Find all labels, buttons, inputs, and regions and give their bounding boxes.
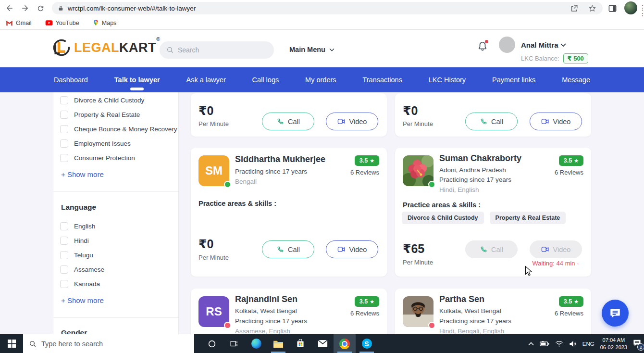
- search-icon: [166, 46, 174, 54]
- nav-transactions[interactable]: Transactions: [362, 76, 402, 84]
- practice-areas-label: Practice areas & skills :: [198, 200, 276, 207]
- browser-back-button[interactable]: [5, 3, 14, 13]
- user-menu[interactable]: Anal Mittra: [521, 41, 566, 49]
- filter-employment-issues[interactable]: Employment Issues: [60, 139, 131, 148]
- task-view-button[interactable]: [223, 334, 245, 353]
- checkbox[interactable]: [60, 237, 68, 245]
- filter-language-kannada[interactable]: Kannada: [60, 280, 100, 288]
- start-button[interactable]: [0, 334, 23, 353]
- taskbar-search-input[interactable]: [41, 340, 176, 348]
- video-button[interactable]: Video: [326, 240, 378, 258]
- lawyer-card-partial-left: ₹0 Per Minute Call Video: [191, 93, 387, 137]
- mail-button[interactable]: [311, 334, 334, 353]
- checkbox[interactable]: [60, 154, 68, 162]
- nav-dashboard[interactable]: Dashboard: [54, 76, 88, 84]
- lawyer-name[interactable]: Rajnandini Sen: [235, 294, 297, 304]
- share-icon: [570, 4, 578, 13]
- filter-language-assamese[interactable]: Assamese: [60, 265, 104, 274]
- rating-badge: 3.5★: [559, 155, 583, 166]
- header-search[interactable]: [160, 41, 274, 59]
- notification-dot: [485, 40, 488, 43]
- nav-ask-a-lawyer[interactable]: Ask a lawyer: [186, 76, 226, 84]
- notifications-bell[interactable]: [477, 40, 488, 52]
- practice-areas-label: Practice areas & skills :: [403, 201, 481, 209]
- forward-arrow-icon: [21, 4, 29, 13]
- microsoft-store-button[interactable]: [289, 334, 311, 353]
- video-camera-icon: [541, 118, 549, 125]
- checkbox[interactable]: [60, 265, 68, 274]
- call-button[interactable]: Call: [262, 240, 314, 258]
- divider: [53, 317, 178, 318]
- checkbox[interactable]: [60, 96, 68, 104]
- taskbar-search[interactable]: [23, 334, 194, 353]
- search-input[interactable]: [178, 46, 260, 54]
- address-bar[interactable]: wrctpl.com/lk-consumer-web/#/talk-to-law…: [52, 2, 603, 14]
- checkbox[interactable]: [60, 111, 68, 119]
- filter-property-real-estate[interactable]: Property & Real Estate: [60, 111, 140, 119]
- call-button[interactable]: Call: [465, 113, 518, 130]
- input-language-indicator[interactable]: ENG: [582, 341, 594, 347]
- video-button[interactable]: Video: [530, 113, 582, 130]
- filter-consumer-protection[interactable]: Consumer Protection: [60, 154, 135, 162]
- lawyer-languages: Assamese, English: [235, 328, 290, 334]
- legalkart-logo[interactable]: LEGALKART®: [52, 38, 160, 58]
- hidden-icons-chevron[interactable]: [528, 342, 534, 346]
- cortana-button[interactable]: [201, 334, 223, 353]
- bookmark-star-button[interactable]: [587, 3, 597, 13]
- browser-forward-button[interactable]: [20, 3, 30, 13]
- brand-legal: LEGAL: [74, 40, 119, 55]
- online-status-dot: [224, 181, 231, 188]
- main-menu-dropdown[interactable]: Main Menu: [289, 46, 334, 53]
- nav-call-logs[interactable]: Call logs: [252, 76, 279, 84]
- chat-fab-button[interactable]: [602, 300, 629, 327]
- browser-reload-button[interactable]: [36, 3, 45, 13]
- filter-cheque-bounce[interactable]: Cheque Bounce & Money Recovery: [60, 125, 177, 133]
- star-icon: ★: [370, 158, 374, 164]
- practice-areas-show-more[interactable]: + Show more: [61, 170, 104, 178]
- bookmark-youtube[interactable]: YouTube: [45, 20, 79, 26]
- url-text[interactable]: wrctpl.com/lk-consumer-web/#/talk-to-law…: [68, 5, 569, 12]
- volume-icon[interactable]: [569, 340, 577, 347]
- nav-talk-to-lawyer[interactable]: Talk to lawyer: [114, 76, 160, 84]
- video-button-disabled[interactable]: Video: [530, 240, 582, 258]
- filter-language-telugu[interactable]: Telugu: [60, 251, 93, 259]
- filter-language-english[interactable]: English: [60, 222, 95, 230]
- filter-divorce-child-custody[interactable]: Divorce & Child Custody: [60, 96, 144, 104]
- checkbox[interactable]: [60, 251, 68, 259]
- bookmark-maps[interactable]: Maps: [93, 19, 117, 26]
- call-button-disabled[interactable]: Call: [465, 240, 518, 258]
- filter-language-hindi[interactable]: Hindi: [60, 237, 89, 245]
- languages-show-more[interactable]: + Show more: [61, 296, 104, 304]
- checkbox[interactable]: [60, 125, 68, 133]
- call-button[interactable]: Call: [262, 113, 314, 130]
- nav-payment-links[interactable]: Payment links: [492, 76, 535, 84]
- nav-message[interactable]: Message: [562, 76, 590, 84]
- nav-my-orders[interactable]: My orders: [305, 76, 336, 84]
- youtube-icon: [45, 20, 53, 26]
- video-button[interactable]: Video: [326, 113, 378, 130]
- chrome-button[interactable]: [334, 334, 356, 353]
- lawyer-name[interactable]: Partha Sen: [439, 294, 484, 304]
- phone-icon: [276, 118, 284, 126]
- taskbar-clock[interactable]: 07:04 AM 06-02-2023: [600, 337, 627, 351]
- checkbox[interactable]: [60, 222, 68, 230]
- bookmark-gmail[interactable]: Gmail: [6, 20, 32, 26]
- lock-icon: [58, 5, 64, 12]
- nav-lkc-history[interactable]: LKC History: [429, 76, 466, 84]
- battery-icon[interactable]: [540, 341, 549, 347]
- maps-icon: [93, 19, 99, 26]
- browser-profile-avatar[interactable]: [624, 1, 637, 14]
- side-panel-button[interactable]: [607, 3, 617, 13]
- edge-button[interactable]: [245, 334, 267, 353]
- skype-button[interactable]: S: [356, 334, 378, 353]
- lawyer-name[interactable]: Siddhartha Mukherjee: [235, 154, 325, 164]
- user-avatar[interactable]: [499, 37, 515, 53]
- action-center-button[interactable]: 2: [633, 339, 641, 349]
- checkbox[interactable]: [60, 139, 68, 148]
- checkbox[interactable]: [60, 280, 68, 288]
- lawyer-card-partial-right: ₹0 Per Minute Call Video: [395, 93, 591, 137]
- wifi-icon[interactable]: [555, 340, 563, 347]
- share-button[interactable]: [569, 3, 579, 13]
- lawyer-name[interactable]: Suman Chakraborty: [439, 153, 521, 164]
- file-explorer-button[interactable]: [267, 334, 289, 353]
